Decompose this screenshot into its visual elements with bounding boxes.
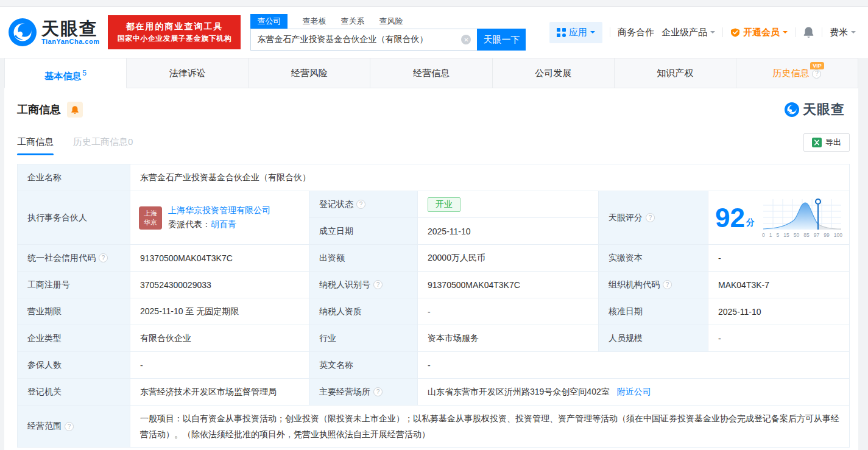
tab-legal-proceedings[interactable]: 法律诉讼 [127,58,249,88]
help-icon[interactable] [663,280,672,289]
score-axis-ticks: 0151550859799100 [762,232,842,238]
help-icon[interactable] [356,200,365,209]
nav-business-cooperation[interactable]: 商务合作 [618,27,654,38]
business-info-table: 企业名称 东营金石产业投资基金合伙企业（有限合伙） 执行事务合伙人 上海 华京 … [17,164,850,448]
tianyancha-logo-icon [785,102,799,117]
tab-basic-info[interactable]: 基本信息5 [4,58,127,88]
table-row: 执行事务合伙人 上海 华京 上海华京投资管理有限公司 委派代表：胡百青 [18,191,850,245]
chevron-down-icon [783,31,788,36]
watermark-text: 天眼查 [803,100,845,119]
help-icon[interactable] [99,253,108,262]
vip-crown-icon [730,28,740,37]
paid-in-capital-value: - [708,245,850,272]
english-name-value: - [418,352,850,379]
export-button[interactable]: 导出 [803,133,850,152]
chevron-down-icon [590,31,595,36]
rep-label: 委派代表： [168,219,211,229]
field-label: 纳税人识别号 [309,272,418,298]
business-info-card: 工商信息 天眼查 工商信息 历史工商信 [4,88,858,450]
field-label: 经营范围 [18,406,130,448]
site-header: 天眼查 TianYanCha.com 都在用的商业查询工具 国家中小企业发展子基… [0,7,868,58]
top-navigation: 应用 商务合作 企业级产品 开通会员 费米 [549,22,856,43]
section-title: 工商信息 [17,102,61,117]
search-input-wrap [250,29,477,51]
field-label: 英文名称 [309,352,418,379]
tab-operating-info[interactable]: 经营信息 [370,58,492,88]
nearby-companies-link[interactable]: 附近公司 [617,387,651,398]
field-label: 工商注册号 [18,272,130,298]
chevron-down-icon [710,31,715,36]
executive-partner-cell: 上海 华京 上海华京投资管理有限公司 委派代表：胡百青 [130,191,309,245]
credit-code-value: 91370500MAK04T3K7C [130,245,309,272]
divider [822,27,822,37]
partner-avatar[interactable]: 上海 华京 [139,206,162,230]
field-label: 行业 [309,325,418,352]
rep-name-link[interactable]: 胡百青 [211,219,236,229]
reg-number-value: 370524300029033 [130,272,309,298]
subtab-business-info[interactable]: 工商信息 [17,136,54,155]
search-tab-company[interactable]: 查公司 [250,14,288,29]
search-button[interactable]: 天眼一下 [477,29,526,51]
partner-company-link[interactable]: 上海华京投资管理有限公司 [168,205,270,216]
score-cell: 92 分 [708,191,850,245]
tab-operating-risk[interactable]: 经营风险 [249,58,370,88]
logo-text: 天眼查 [41,19,99,38]
apps-menu[interactable]: 应用 [549,22,602,43]
search-area: 查公司 查老板 查关系 查风险 天眼一下 [250,14,526,51]
search-input[interactable] [257,35,461,44]
taxpayer-id-value: 91370500MAK04T3K7C [418,272,599,298]
field-label: 登记状态 [309,191,418,218]
username: 费米 [830,27,848,38]
tab-company-development[interactable]: 公司发展 [493,58,615,88]
excel-icon [812,138,822,147]
vip-badge: VIP [810,62,824,69]
notifications-bell[interactable] [803,26,814,38]
score-distribution-chart: 0151550859799100 [762,197,842,238]
field-label: 天眼评分 [599,191,708,245]
tab-intellectual-property[interactable]: 知识产权 [615,58,736,88]
field-label: 实缴资本 [599,245,708,272]
subtab-history-count: 0 [128,136,133,147]
company-section-tabs: 基本信息5 法律诉讼 经营风险 经营信息 公司发展 知识产权 历史信息 VIP [4,58,858,88]
field-label: 企业名称 [18,164,130,191]
table-row: 登记机关 东营经济技术开发区市场监督管理局 主要经营场所 山东省东营市开发区沂州… [18,379,850,406]
table-row: 参保人数 - 英文名称 - [18,352,850,379]
subscribe-bell-button[interactable] [67,102,83,118]
field-label: 出资额 [309,245,418,272]
help-icon[interactable] [646,213,655,222]
divider [795,27,796,37]
help-icon[interactable] [65,422,74,431]
table-row: 统一社会信用代码 91370500MAK04T3K7C 出资额 20000万人民… [18,245,850,272]
bell-icon [71,105,79,114]
taxpayer-qualification-value: - [418,298,599,325]
subtab-history-business-info[interactable]: 历史工商信息0 [73,136,133,155]
chevron-down-icon [851,31,856,36]
table-row: 企业名称 东营金石产业投资基金合伙企业（有限合伙） [18,164,850,191]
tianyancha-logo[interactable]: 天眼查 TianYanCha.com [9,18,99,46]
search-tab-risk[interactable]: 查风险 [379,14,403,29]
registration-authority-value: 东营经济技术开发区市场监督管理局 [130,379,309,406]
help-icon[interactable] [373,280,383,289]
field-label: 成立日期 [309,218,418,245]
org-code-value: MAK04T3K-7 [708,272,850,298]
nav-open-membership[interactable]: 开通会员 [730,27,788,38]
establish-date-value: 2025-11-10 [418,218,599,245]
search-tab-boss[interactable]: 查老板 [302,14,326,29]
company-type-value: 有限合伙企业 [130,325,309,352]
help-icon[interactable] [812,69,821,79]
help-icon[interactable] [373,387,383,396]
insured-count-value: - [130,352,309,379]
nav-enterprise-products[interactable]: 企业级产品 [662,27,715,38]
field-label: 组织机构代码 [599,272,708,298]
page-top-strip [0,0,868,7]
tab-history-info[interactable]: 历史信息 VIP [736,58,858,88]
promo-banner: 都在用的商业查询工具 国家中小企业发展子基金旗下机构 [108,15,241,49]
field-label: 登记机关 [18,379,130,406]
field-label: 人员规模 [599,325,708,352]
clear-search-icon[interactable] [461,35,471,44]
table-row: 经营范围 一般项目：以自有资金从事投资活动；创业投资（限投资未上市企业）；以私募… [18,406,850,448]
score-curve-svg [762,197,842,231]
score-unit: 分 [746,217,755,228]
user-menu[interactable]: 费米 [830,27,856,38]
search-tab-relation[interactable]: 查关系 [340,14,364,29]
